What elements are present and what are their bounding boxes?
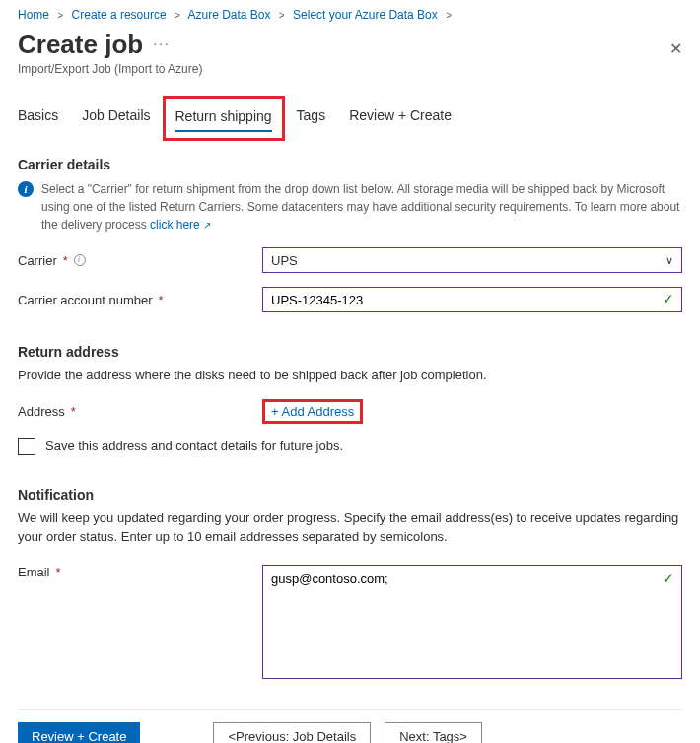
chevron-right-icon: >: [57, 10, 63, 21]
tab-return-shipping[interactable]: Return shipping: [175, 102, 272, 132]
required-indicator: *: [56, 565, 61, 579]
tab-job-details[interactable]: Job Details: [82, 101, 150, 135]
address-label: Address: [18, 404, 65, 419]
carrier-info-banner: i Select a "Carrier" for return shipment…: [18, 180, 682, 234]
external-link-icon: ↗: [203, 220, 211, 231]
page-subtitle: Import/Export Job (Import to Azure): [18, 62, 682, 76]
crumb-home[interactable]: Home: [18, 8, 49, 22]
return-address-heading: Return address: [18, 344, 682, 360]
carrier-details-heading: Carrier details: [18, 157, 682, 172]
highlight-box: Return shipping: [163, 96, 285, 141]
review-create-button[interactable]: Review + Create: [18, 722, 140, 744]
tab-basics[interactable]: Basics: [18, 101, 58, 135]
save-address-label: Save this address and contact details fo…: [45, 439, 343, 453]
return-address-desc: Provide the address where the disks need…: [18, 366, 682, 385]
carrier-account-label: Carrier account number: [18, 293, 153, 307]
crumb-select-data-box[interactable]: Select your Azure Data Box: [293, 8, 438, 22]
close-icon[interactable]: ✕: [669, 39, 682, 58]
crumb-azure-data-box[interactable]: Azure Data Box: [187, 8, 270, 22]
chevron-right-icon: >: [175, 10, 180, 21]
breadcrumb: Home > Create a resource > Azure Data Bo…: [18, 6, 682, 26]
check-icon: ✓: [663, 571, 674, 586]
carrier-info-link[interactable]: click here ↗: [150, 218, 211, 232]
crumb-create-resource[interactable]: Create a resource: [72, 8, 167, 22]
email-label: Email: [18, 565, 50, 579]
page-title: Create job: [18, 30, 143, 60]
chevron-down-icon: ∨: [665, 254, 673, 267]
carrier-select[interactable]: UPS ∨: [262, 247, 682, 273]
required-indicator: *: [71, 404, 76, 419]
notification-heading: Notification: [18, 487, 682, 503]
required-indicator: *: [63, 253, 68, 268]
info-icon: i: [18, 181, 34, 197]
more-menu-icon[interactable]: ···: [153, 35, 171, 51]
carrier-info-text: Select a "Carrier" for return shipment f…: [41, 182, 679, 232]
add-address-link[interactable]: + Add Address: [271, 404, 354, 419]
carrier-label: Carrier: [18, 253, 57, 268]
save-address-checkbox[interactable]: [18, 438, 35, 455]
required-indicator: *: [159, 293, 164, 307]
chevron-right-icon: >: [279, 10, 285, 21]
email-input[interactable]: [262, 565, 682, 679]
notification-desc: We will keep you updated regarding your …: [18, 508, 682, 547]
carrier-select-value: UPS: [271, 253, 298, 268]
highlight-box: + Add Address: [262, 399, 363, 424]
footer-bar: Review + Create <Previous: Job Details N…: [18, 709, 682, 744]
carrier-account-input[interactable]: [262, 287, 682, 312]
info-hint-icon[interactable]: [74, 254, 86, 266]
tab-review-create[interactable]: Review + Create: [349, 101, 452, 135]
check-icon: ✓: [663, 291, 674, 306]
tabs-row: Basics Job Details Return shipping Tags …: [18, 101, 682, 135]
tab-tags[interactable]: Tags: [297, 101, 326, 135]
chevron-right-icon: >: [446, 10, 452, 21]
next-button[interactable]: Next: Tags>: [385, 722, 482, 744]
previous-button[interactable]: <Previous: Job Details: [213, 722, 371, 744]
